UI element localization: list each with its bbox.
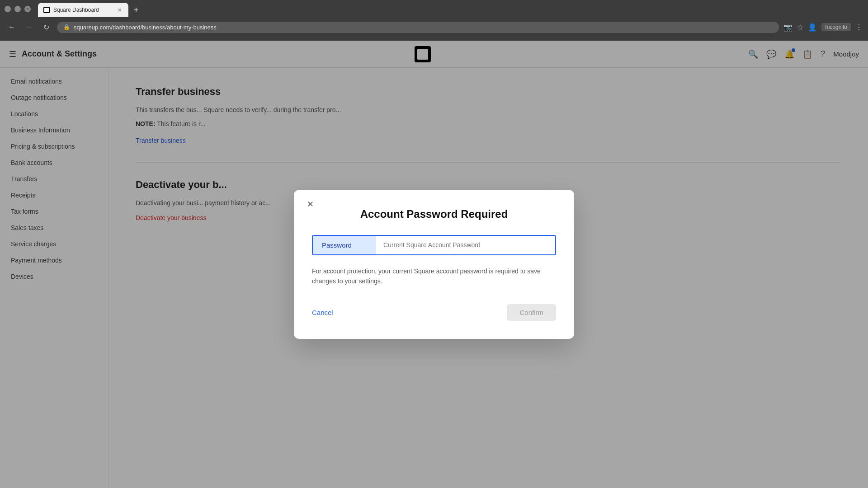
new-tab-button[interactable]: + <box>130 3 142 17</box>
address-bar[interactable]: 🔒 squareup.com/dashboard/business/about-… <box>57 22 779 33</box>
incognito-badge: Incognito <box>821 23 851 31</box>
tab-bar: Square Dashboard ✕ + <box>34 1 146 17</box>
password-input[interactable] <box>376 236 555 254</box>
address-bar-right: 📷 ☆ 👤 Incognito ⋮ <box>783 23 863 32</box>
tab-close-button[interactable]: ✕ <box>116 6 123 14</box>
modal-title: Account Password Required <box>312 208 556 221</box>
browser-tab-active[interactable]: Square Dashboard ✕ <box>38 3 128 17</box>
incognito-label: Incognito <box>825 24 847 30</box>
minimize-button[interactable] <box>5 6 11 12</box>
refresh-button[interactable]: ↻ <box>40 21 52 33</box>
modal-overlay: ✕ Account Password Required Password For… <box>0 41 868 488</box>
star-icon[interactable]: ☆ <box>797 23 803 32</box>
password-label: Password <box>313 236 376 254</box>
camera-icon[interactable]: 📷 <box>783 23 793 32</box>
maximize-button[interactable] <box>14 6 21 12</box>
modal: ✕ Account Password Required Password For… <box>294 190 574 339</box>
tab-favicon <box>43 7 50 13</box>
address-bar-row: ← → ↻ 🔒 squareup.com/dashboard/business/… <box>0 18 868 36</box>
close-window-button[interactable]: ✕ <box>24 6 31 12</box>
browser-chrome: ✕ Square Dashboard ✕ + ← → ↻ 🔒 squareup.… <box>0 0 868 41</box>
profile-icon[interactable]: 👤 <box>808 23 817 32</box>
modal-close-button[interactable]: ✕ <box>303 197 317 211</box>
confirm-button[interactable]: Confirm <box>507 304 556 321</box>
back-button[interactable]: ← <box>5 21 18 33</box>
password-row: Password <box>312 235 556 255</box>
modal-actions: Cancel Confirm <box>312 304 556 321</box>
modal-description: For account protection, your current Squ… <box>312 266 556 286</box>
menu-dots-icon[interactable]: ⋮ <box>855 23 863 32</box>
window-controls: ✕ <box>5 6 31 12</box>
lock-icon: 🔒 <box>63 24 70 30</box>
cancel-button[interactable]: Cancel <box>312 309 333 316</box>
url-text: squareup.com/dashboard/business/about-my… <box>74 24 217 31</box>
tab-title: Square Dashboard <box>53 7 99 13</box>
forward-button[interactable]: → <box>23 21 35 33</box>
